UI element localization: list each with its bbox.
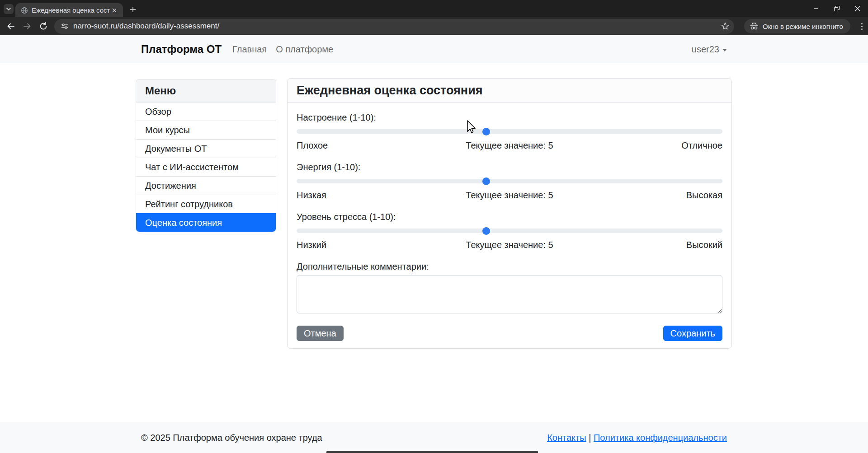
stress-max-label: Высокий	[553, 239, 722, 251]
sidebar-item-overview[interactable]: Обзор	[136, 102, 276, 121]
user-dropdown[interactable]: user23	[692, 44, 727, 55]
comments-textarea[interactable]	[297, 275, 722, 313]
chevron-down-icon	[6, 7, 11, 11]
nav-link-home[interactable]: Главная	[228, 44, 271, 55]
url-text: narro-suot.ru/dashboard/daily-assessment…	[73, 22, 721, 31]
site-navbar: Платформа ОТ Главная О платформе user23	[0, 35, 868, 63]
sidebar-item-rating[interactable]: Рейтинг сотрудников	[136, 195, 276, 213]
close-icon	[112, 8, 117, 13]
stress-slider[interactable]	[297, 226, 722, 235]
close-icon	[855, 6, 860, 11]
taskbar-peek-bar	[326, 451, 538, 453]
forward-button[interactable]	[20, 19, 34, 33]
stress-current-value: Текущее значение: 5	[466, 239, 553, 251]
minimize-icon	[813, 6, 819, 11]
reload-button[interactable]	[37, 19, 50, 33]
stress-label: Уровень стресса (1-10):	[297, 211, 722, 223]
brand-logo[interactable]: Платформа ОТ	[141, 43, 222, 56]
nav-link-about[interactable]: О платформе	[271, 44, 338, 55]
window-minimize-button[interactable]	[806, 0, 826, 17]
user-name: user23	[692, 44, 719, 55]
tab-close-button[interactable]	[110, 6, 118, 14]
energy-slider[interactable]	[297, 177, 722, 186]
site-settings-icon	[61, 22, 69, 30]
bookmark-star-icon[interactable]	[721, 22, 730, 31]
mood-slider[interactable]	[297, 127, 722, 136]
forward-arrow-icon	[23, 22, 32, 31]
mood-min-label: Плохое	[297, 140, 466, 151]
energy-max-label: Высокая	[553, 189, 722, 201]
footer-links: Контакты | Политика конфиденциальности	[547, 433, 727, 443]
reload-icon	[39, 22, 48, 31]
contacts-link[interactable]: Контакты	[547, 433, 586, 443]
browser-tab[interactable]: Ежедневная оценка состояния	[15, 3, 123, 17]
restore-icon	[834, 5, 840, 12]
mouse-cursor	[466, 120, 476, 135]
address-bar[interactable]: narro-suot.ru/dashboard/daily-assessment…	[54, 19, 734, 34]
window-restore-button[interactable]	[826, 0, 847, 17]
window-close-button[interactable]	[847, 0, 868, 17]
page-footer: © 2025 Платформа обучения охране труда К…	[0, 422, 868, 453]
browser-tab-strip: Ежедневная оценка состояния	[0, 0, 868, 17]
privacy-policy-link[interactable]: Политика конфиденциальности	[594, 433, 727, 443]
energy-current-value: Текущее значение: 5	[466, 189, 553, 201]
save-button[interactable]: Сохранить	[663, 326, 722, 341]
sidebar-title: Меню	[136, 79, 276, 102]
tab-title: Ежедневная оценка состояния	[32, 6, 110, 14]
links-separator: |	[589, 433, 591, 443]
globe-favicon-icon	[21, 7, 28, 14]
card-title: Ежедневная оценка состояния	[288, 79, 731, 103]
window-controls	[806, 0, 868, 17]
incognito-label: Окно в режиме инкогнито	[763, 23, 843, 30]
browser-menu-button[interactable]	[856, 20, 868, 33]
assessment-card: Ежедневная оценка состояния Настроение (…	[287, 78, 732, 349]
caret-down-icon	[722, 49, 727, 51]
energy-label: Энергия (1-10):	[297, 161, 722, 173]
mood-max-label: Отличное	[553, 140, 722, 151]
back-button[interactable]	[4, 19, 18, 33]
plus-icon	[130, 6, 136, 13]
stress-min-label: Низкий	[297, 239, 466, 251]
mood-current-value: Текущее значение: 5	[466, 140, 553, 151]
new-tab-button[interactable]	[127, 4, 138, 15]
energy-min-label: Низкая	[297, 189, 466, 201]
sidebar-item-assessment[interactable]: Оценка состояния	[136, 213, 276, 232]
copyright-text: © 2025 Платформа обучения охране труда	[141, 433, 322, 443]
sidebar-item-ai-chat[interactable]: Чат с ИИ-ассистентом	[136, 158, 276, 176]
sidebar-item-documents[interactable]: Документы ОТ	[136, 139, 276, 158]
sidebar-menu: Меню Обзор Мои курсы Документы ОТ Чат с …	[136, 79, 276, 232]
tab-search-button[interactable]	[4, 4, 14, 14]
incognito-badge: Окно в режиме инкогнито	[744, 19, 850, 33]
mood-label: Настроение (1-10):	[297, 112, 722, 123]
comments-label: Дополнительные комментарии:	[297, 261, 722, 272]
incognito-icon	[750, 22, 759, 30]
sidebar-item-my-courses[interactable]: Мои курсы	[136, 121, 276, 139]
browser-toolbar: narro-suot.ru/dashboard/daily-assessment…	[0, 17, 868, 35]
back-arrow-icon	[6, 22, 15, 31]
sidebar-item-achievements[interactable]: Достижения	[136, 176, 276, 195]
cancel-button[interactable]: Отмена	[297, 326, 344, 341]
